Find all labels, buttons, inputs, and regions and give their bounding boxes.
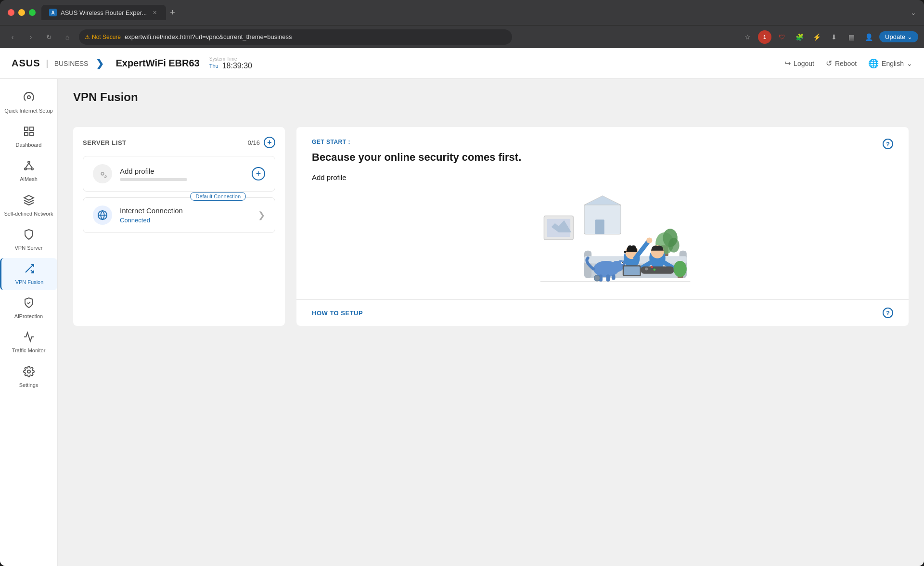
profile-add-button[interactable]: +: [252, 167, 265, 180]
tab-expand-button[interactable]: ⌄: [911, 9, 916, 16]
how-to-setup-label[interactable]: HOW TO SETUP: [312, 309, 363, 317]
new-tab-button[interactable]: +: [170, 8, 175, 18]
browser-toolbar: ‹ › ↻ ⌂ ⚠ Not Secure expertwifi.net/inde…: [0, 25, 924, 48]
sidebar-item-label-vpn-fusion: VPN Fusion: [15, 279, 44, 285]
connection-status: Connected: [120, 217, 250, 224]
tab-close-button[interactable]: ✕: [151, 9, 158, 16]
content-area: VPN Fusion SERVER LIST 0/16 +: [58, 79, 924, 566]
sidebar-item-dashboard[interactable]: Dashboard: [0, 121, 57, 153]
update-label: Update: [885, 33, 905, 40]
get-start-section: GET START : Because your online security…: [296, 127, 909, 299]
svg-point-55: [594, 275, 600, 281]
maximize-button[interactable]: [29, 9, 36, 16]
shield-icon[interactable]: 🛡: [775, 30, 789, 44]
back-button[interactable]: ‹: [6, 30, 19, 44]
extension-icon-1[interactable]: 1: [758, 30, 771, 44]
profile-progress-bar: [120, 178, 187, 181]
sidebar-icon[interactable]: ▤: [845, 30, 858, 44]
connection-arrow-icon: ❯: [258, 210, 265, 220]
svg-rect-38: [606, 274, 610, 282]
sidebar-item-aimesh[interactable]: AiMesh: [0, 155, 57, 187]
not-secure-indicator: ⚠ Not Secure: [85, 34, 121, 40]
language-selector[interactable]: 🌐 English ⌄: [868, 58, 912, 69]
get-start-label: GET START :: [312, 139, 521, 145]
traffic-lights: [8, 9, 36, 16]
get-start-help-icon[interactable]: ?: [883, 139, 893, 149]
how-to-setup-section: HOW TO SETUP ?: [296, 299, 909, 326]
close-button[interactable]: [8, 9, 14, 16]
svg-point-52: [654, 269, 656, 271]
puzzle-icon[interactable]: 🧩: [793, 30, 806, 44]
server-list-panel: SERVER LIST 0/16 + A: [73, 127, 285, 326]
sidebar-item-traffic-monitor[interactable]: Traffic Monitor: [0, 326, 57, 359]
svg-point-26: [668, 238, 680, 252]
sidebar-item-self-defined-network[interactable]: Self-defined Network: [0, 190, 57, 222]
vpn-fusion-icon: [24, 263, 35, 277]
sidebar-item-quick-internet-setup[interactable]: Quick Internet Setup: [0, 87, 57, 119]
not-secure-label: Not Secure: [92, 34, 121, 40]
system-time-label: System Time: [209, 56, 252, 62]
aimesh-icon: [23, 160, 35, 174]
extension-icon-2[interactable]: ⚡: [810, 30, 823, 44]
internet-connection-card[interactable]: Default Connection Internet Connection C…: [83, 197, 275, 233]
header-actions: ↪ Logout ↺ Reboot 🌐 English ⌄: [784, 58, 912, 69]
svg-rect-2: [30, 127, 33, 130]
svg-point-0: [27, 96, 30, 99]
server-list-title: SERVER LIST: [83, 139, 127, 146]
bookmark-icon[interactable]: ☆: [741, 30, 754, 44]
svg-point-14: [101, 172, 104, 175]
system-time: System Time Thu 18:39:30: [209, 56, 252, 70]
globe-icon: 🌐: [868, 58, 879, 69]
get-start-add-profile-button[interactable]: Add profile: [312, 173, 346, 181]
how-to-setup-help-icon[interactable]: ?: [883, 308, 893, 318]
system-time-value: 18:39:30: [222, 62, 252, 70]
language-label: English: [882, 60, 904, 67]
app-logo: ASUS | BUSINESS ❯ ExpertWiFi EBR63: [12, 58, 200, 69]
sidebar-item-vpn-fusion[interactable]: VPN Fusion: [0, 258, 57, 290]
page-title-row: VPN Fusion: [73, 90, 909, 116]
connection-icon: [93, 206, 112, 225]
reboot-icon: ↺: [826, 59, 832, 68]
tab-title: ASUS Wireless Router Exper...: [61, 9, 147, 16]
svg-point-5: [28, 161, 30, 163]
sidebar-item-label-aimesh: AiMesh: [20, 176, 38, 182]
downloads-icon[interactable]: ⬇: [827, 30, 841, 44]
svg-rect-39: [612, 274, 616, 280]
quick-internet-setup-icon: [23, 91, 35, 106]
connection-name: Internet Connection: [120, 206, 250, 215]
system-time-day: Thu: [209, 63, 218, 69]
home-button[interactable]: ⌂: [61, 30, 74, 44]
profile-icon[interactable]: 👤: [862, 30, 875, 44]
address-bar[interactable]: ⚠ Not Secure expertwifi.net/index.html?u…: [79, 29, 512, 45]
reboot-action[interactable]: ↺ Reboot: [826, 59, 857, 68]
minimize-button[interactable]: [18, 9, 25, 16]
default-connection-badge: Default Connection: [190, 192, 246, 201]
sidebar-item-settings[interactable]: Settings: [0, 361, 57, 393]
add-server-button[interactable]: +: [264, 137, 275, 148]
sidebar-item-aiprotection[interactable]: AiProtection: [0, 292, 57, 324]
sidebar-item-label-aiprotection: AiProtection: [14, 313, 43, 320]
warning-icon: ⚠: [85, 34, 90, 40]
sidebar: Quick Internet Setup Dashboard AiMesh: [0, 79, 58, 566]
connection-info: Internet Connection Connected: [120, 206, 250, 224]
illustration: [312, 192, 893, 288]
vpn-server-icon: [23, 229, 35, 243]
router-name: ExpertWiFi EBR63: [116, 58, 199, 69]
sidebar-item-label-settings: Settings: [19, 382, 38, 388]
sidebar-item-vpn-server[interactable]: VPN Server: [0, 224, 57, 256]
traffic-monitor-icon: [23, 331, 35, 346]
system-time-row: Thu 18:39:30: [209, 62, 252, 70]
logout-label: Logout: [794, 60, 814, 67]
svg-point-43: [646, 237, 652, 243]
sidebar-item-label-dashboard: Dashboard: [16, 142, 42, 148]
logout-action[interactable]: ↪ Logout: [784, 59, 814, 68]
profile-icon: [93, 164, 112, 183]
reload-button[interactable]: ↻: [42, 30, 56, 44]
forward-button[interactable]: ›: [24, 30, 38, 44]
active-tab[interactable]: A ASUS Wireless Router Exper... ✕: [41, 5, 166, 20]
logo-chevron-icon: ❯: [96, 58, 104, 69]
asus-logo-text: ASUS: [12, 58, 40, 69]
update-button[interactable]: Update ⌄: [879, 31, 918, 42]
svg-rect-45: [624, 266, 640, 275]
svg-rect-22: [595, 219, 604, 234]
